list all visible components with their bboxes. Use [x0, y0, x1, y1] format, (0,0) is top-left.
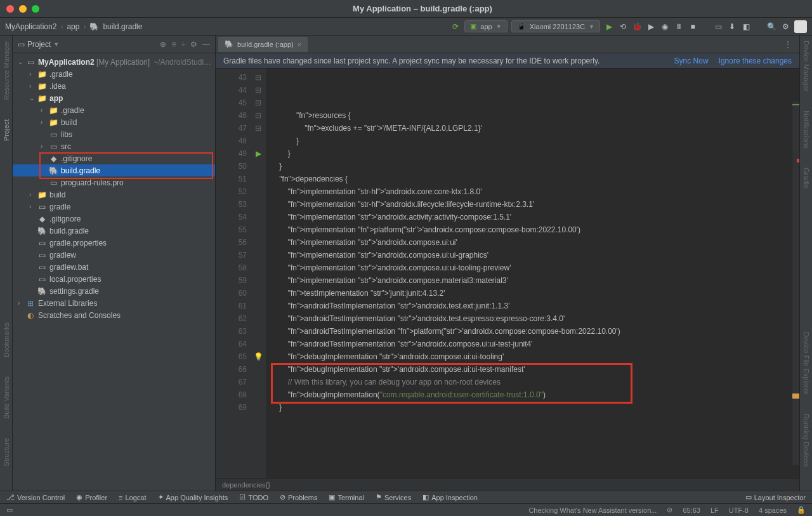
sync-now-link[interactable]: Sync Now — [674, 56, 709, 65]
tree-item-gradlew[interactable]: ▭gradlew — [13, 249, 215, 261]
run-config-selector[interactable]: ▣ app ▼ — [464, 20, 507, 32]
breadcrumb-root[interactable]: MyApplication2 — [5, 22, 56, 31]
gradle-sync-banner: Gradle files have changed since last pro… — [216, 53, 799, 69]
sidebar-header: ▭ Project ▼ ⊕ ≡ ÷ ⚙ — — [13, 36, 215, 53]
expand-all-icon[interactable]: ≡ — [171, 40, 176, 49]
tree-root[interactable]: ⌄▭MyApplication2 [My Application]~/Andro… — [13, 56, 215, 68]
version-control-tool[interactable]: ⎇ Version Control — [6, 493, 65, 501]
rail-gradle[interactable]: Gradle — [802, 168, 810, 189]
breadcrumb-file[interactable]: build.gradle — [103, 22, 142, 31]
code-content[interactable]: "fn">resources { "fn">excludes += "str">… — [266, 69, 799, 478]
logcat-tool[interactable]: ≡ Logcat — [119, 494, 146, 501]
minimize-window-icon[interactable] — [19, 5, 27, 13]
tree-item-build-gradle[interactable]: 🐘build.gradle — [13, 225, 215, 237]
left-tool-rail: Resource Manager Project Bookmarks Build… — [0, 36, 13, 491]
breadcrumb[interactable]: MyApplication2 › app › 🐘 build.gradle — [5, 22, 142, 31]
tree-item-app[interactable]: ⌄📁app — [13, 92, 215, 104]
tab-build-gradle[interactable]: 🐘 build.gradle (:app) × — [218, 37, 308, 52]
select-opened-file-icon[interactable]: ⊕ — [160, 40, 166, 49]
debug-icon[interactable]: 🐞 — [632, 22, 642, 32]
avd-manager-icon[interactable]: ▭ — [713, 22, 723, 32]
rail-bookmarks[interactable]: Bookmarks — [3, 322, 10, 357]
breadcrumb-module[interactable]: app — [67, 22, 79, 31]
tree-item-build[interactable]: ›📁build — [13, 116, 215, 128]
error-marker-icon[interactable] — [797, 159, 799, 162]
tree-item--gitignore[interactable]: ◆.gitignore — [13, 152, 215, 164]
close-icon[interactable]: × — [298, 41, 301, 48]
tree-item-libs[interactable]: ▭libs — [13, 128, 215, 140]
ignore-changes-link[interactable]: Ignore these changes — [719, 56, 792, 65]
tree-item--gitignore[interactable]: ◆.gitignore — [13, 213, 215, 225]
sync-icon[interactable]: ⟳ — [450, 22, 461, 32]
tree-item-build-gradle[interactable]: 🐘build.gradle — [13, 164, 215, 176]
status-icon[interactable]: ▭ — [6, 506, 13, 514]
apply-changes-icon[interactable]: ⟲ — [618, 22, 628, 32]
sync-banner-msg: Gradle files have changed since last pro… — [223, 56, 664, 65]
sdk-manager-icon[interactable]: ⬇ — [727, 22, 737, 32]
tree-item-gradle-properties[interactable]: ▭gradle.properties — [13, 237, 215, 249]
main-toolbar: MyApplication2 › app › 🐘 build.gradle ⟳ … — [0, 18, 812, 36]
project-icon: ▭ — [18, 40, 25, 49]
project-view-selector[interactable]: ▭ Project ▼ — [18, 40, 155, 49]
readonly-icon[interactable]: 🔒 — [797, 506, 806, 514]
problems-tool[interactable]: ⊘ Problems — [280, 493, 317, 501]
tree-item--gradle[interactable]: ›📁.gradle — [13, 104, 215, 116]
attach-debugger-icon[interactable]: ⏸ — [674, 22, 684, 32]
rail-build-variants[interactable]: Build Variants — [3, 376, 10, 419]
resource-manager-icon[interactable]: ◧ — [741, 22, 751, 32]
tree-item-gradlew-bat[interactable]: ▭gradlew.bat — [13, 261, 215, 273]
app-quality-tool[interactable]: ✦ App Quality Insights — [158, 493, 228, 501]
tree-scratches[interactable]: ◐Scratches and Consoles — [13, 309, 215, 321]
profile-icon[interactable]: ◉ — [660, 22, 670, 32]
tabs-settings-icon[interactable]: ⋮ — [784, 40, 797, 49]
tree-external-libraries[interactable]: ›⊞External Libraries — [13, 297, 215, 309]
chevron-down-icon: ▼ — [589, 23, 594, 30]
collapse-all-icon[interactable]: ÷ — [181, 40, 185, 49]
stop-icon[interactable]: ■ — [688, 22, 698, 32]
terminal-tool[interactable]: ▣ Terminal — [329, 493, 364, 501]
code-editor[interactable]: 4344454647484950515253545556575859606162… — [216, 69, 799, 478]
tree-item-gradle[interactable]: ›▭gradle — [13, 201, 215, 213]
search-icon[interactable]: 🔍 — [766, 22, 776, 32]
tree-item--idea[interactable]: ›📁.idea — [13, 80, 215, 92]
maximize-window-icon[interactable] — [32, 5, 39, 13]
tree-item-src[interactable]: ›▭src — [13, 140, 215, 152]
avatar[interactable] — [794, 20, 807, 33]
status-progress-icon[interactable]: ⊘ — [667, 506, 672, 514]
todo-tool[interactable]: ☑ TODO — [239, 493, 268, 501]
services-tool[interactable]: ⚑ Services — [376, 493, 411, 501]
warning-marker-icon[interactable] — [792, 394, 799, 399]
coverage-icon[interactable]: ▶ — [646, 22, 656, 32]
tree-item-local-properties[interactable]: ▭local.properties — [13, 273, 215, 285]
rail-structure[interactable]: Structure — [3, 438, 10, 466]
close-window-icon[interactable] — [6, 5, 14, 13]
run-icon[interactable]: ▶ — [604, 22, 614, 32]
gear-icon[interactable]: ⚙ — [190, 40, 197, 49]
app-inspection-tool[interactable]: ◧ App Inspection — [422, 493, 478, 501]
project-tree[interactable]: ⌄▭MyApplication2 [My Application]~/Andro… — [13, 53, 215, 491]
editor-tabs: 🐘 build.gradle (:app) × ⋮ — [216, 36, 799, 53]
rail-running-devices[interactable]: Running Devices — [802, 414, 810, 466]
tree-item--gradle[interactable]: ›📁.gradle — [13, 68, 215, 80]
hide-icon[interactable]: — — [202, 40, 210, 49]
line-separator[interactable]: LF — [710, 506, 719, 514]
rail-device-manager[interactable]: Device Manager — [802, 41, 810, 91]
right-tool-rail: Device Manager Notifications Gradle Devi… — [799, 36, 812, 491]
device-selector[interactable]: 📱 Xiaomi 2201123C ▼ — [511, 20, 600, 32]
rail-notifications[interactable]: Notifications — [802, 110, 810, 149]
cursor-position[interactable]: 65:63 — [683, 506, 700, 514]
layout-inspector-tool[interactable]: ▭ Layout Inspector — [745, 493, 806, 501]
indent-settings[interactable]: 4 spaces — [759, 506, 787, 514]
file-encoding[interactable]: UTF-8 — [729, 506, 749, 514]
gear-icon[interactable]: ⚙ — [780, 22, 790, 32]
error-stripe[interactable] — [792, 102, 799, 465]
tree-item-proguard-rules-pro[interactable]: ▭proguard-rules.pro — [13, 176, 215, 189]
tree-item-settings-gradle[interactable]: 🐘settings.gradle — [13, 285, 215, 297]
editor-area: 🐘 build.gradle (:app) × ⋮ Gradle files h… — [216, 36, 799, 491]
profiler-tool[interactable]: ◉ Profiler — [76, 493, 107, 501]
tree-item-build[interactable]: ›📁build — [13, 189, 215, 201]
editor-breadcrumb[interactable]: dependencies{} — [216, 478, 799, 491]
rail-project[interactable]: Project — [3, 119, 10, 141]
rail-device-file-explorer[interactable]: Device File Explorer — [802, 332, 810, 394]
rail-resource-manager[interactable]: Resource Manager — [3, 41, 10, 100]
